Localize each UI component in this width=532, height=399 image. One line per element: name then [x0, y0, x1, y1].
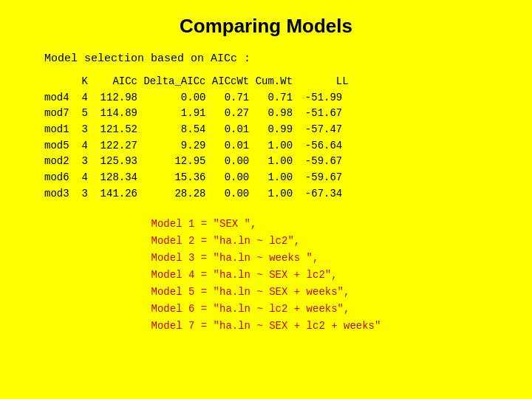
table-row: mod6 4 128.34 15.36 0.00 1.00 -59.67 [44, 170, 349, 186]
table-rows: mod4 4 112.98 0.00 0.71 0.71 -51.99mod7 … [44, 90, 349, 202]
table-row: mod5 4 122.27 9.29 0.01 1.00 -56.64 [44, 138, 349, 154]
model-definition-item: Model 7 = "ha.ln ~ SEX + lc2 + weeks" [151, 318, 381, 335]
table-row: mod4 4 112.98 0.00 0.71 0.71 -51.99 [44, 90, 349, 106]
table-row: mod3 3 141.26 28.28 0.00 1.00 -67.34 [44, 186, 349, 202]
model-definition-item: Model 4 = "ha.ln ~ SEX + lc2", [151, 267, 381, 284]
table-row: mod2 3 125.93 12.95 0.00 1.00 -59.67 [44, 154, 349, 170]
table-row: mod7 5 114.89 1.91 0.27 0.98 -51.67 [44, 106, 349, 122]
model-definition-item: Model 5 = "ha.ln ~ SEX + weeks", [151, 284, 381, 301]
model-definitions: Model 1 = "SEX ",Model 2 = "ha.ln ~ lc2"… [151, 216, 381, 335]
table-row: mod1 3 121.52 8.54 0.01 0.99 -57.47 [44, 122, 349, 138]
model-definition-item: Model 2 = "ha.ln ~ lc2", [151, 233, 381, 250]
model-definition-item: Model 6 = "ha.ln ~ lc2 + weeks", [151, 301, 381, 318]
model-definition-item: Model 1 = "SEX ", [151, 216, 381, 233]
subtitle: Model selection based on AICc : [44, 52, 250, 65]
model-table: K AICc Delta_AICc AICcWt Cum.Wt LL mod4 … [44, 74, 349, 202]
model-definition-item: Model 3 = "ha.ln ~ weeks ", [151, 250, 381, 267]
page-title: Comparing Models [180, 15, 352, 38]
table-header: K AICc Delta_AICc AICcWt Cum.Wt LL [44, 74, 349, 90]
main-page: Comparing Models Model selection based o… [0, 0, 532, 399]
